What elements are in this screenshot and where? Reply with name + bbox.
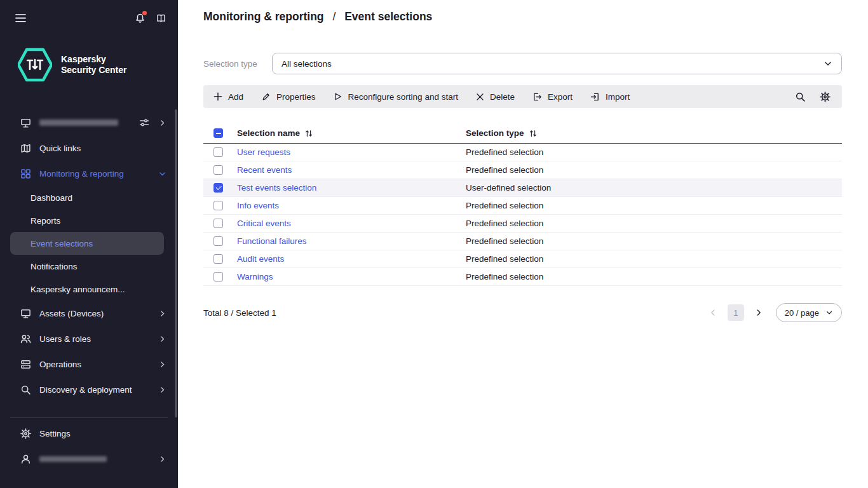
pencil-icon	[261, 92, 271, 102]
chevron-right-icon	[158, 360, 166, 369]
notification-dot	[142, 11, 147, 15]
sidebar-item-notifications[interactable]: Notifications	[10, 255, 164, 278]
hamburger-menu-icon[interactable]	[15, 13, 26, 23]
selection-type-text: Predefined selection	[466, 201, 543, 210]
selection-name-link[interactable]: Warnings	[237, 272, 273, 281]
column-header-label: Selection type	[466, 128, 524, 138]
sidebar-item-label: Discovery & deployment	[39, 385, 132, 395]
import-icon	[590, 92, 600, 102]
sidebar-divider	[10, 417, 168, 418]
selection-type-value: All selections	[281, 59, 332, 69]
sidebar-item-label: Operations	[39, 360, 81, 369]
chevron-right-icon[interactable]	[158, 119, 166, 127]
column-header-label: Selection name	[237, 128, 300, 138]
table-row[interactable]: User requests Predefined selection	[203, 144, 842, 161]
selection-name-link[interactable]: Audit events	[237, 254, 284, 264]
sidebar-item-operations[interactable]: Operations	[0, 351, 178, 377]
properties-button[interactable]: Properties	[261, 92, 316, 102]
prev-page-icon[interactable]	[709, 308, 717, 317]
play-icon	[334, 92, 342, 101]
person-icon	[20, 454, 31, 464]
row-checkbox[interactable]	[214, 254, 223, 264]
sidebar-item-monitoring-reporting[interactable]: Monitoring & reporting	[0, 161, 178, 186]
table-row[interactable]: Info events Predefined selection	[203, 197, 842, 215]
reconfigure-button[interactable]: Reconfigure sorting and start	[334, 92, 458, 102]
app-window: Kaspersky Security Center	[0, 0, 868, 488]
row-checkbox[interactable]	[214, 219, 223, 228]
import-button[interactable]: Import	[590, 92, 630, 102]
breadcrumb: Monitoring & reporting / Event selection…	[178, 0, 868, 24]
sub-item-label: Notifications	[31, 262, 78, 271]
page-size-dropdown[interactable]: 20 / page	[776, 303, 842, 322]
book-icon[interactable]	[156, 13, 166, 24]
map-icon	[20, 143, 31, 154]
monitor-icon	[20, 308, 31, 319]
delete-button[interactable]: Delete	[476, 92, 515, 102]
row-checkbox[interactable]	[214, 147, 223, 157]
selection-type-text: Predefined selection	[466, 254, 543, 264]
table-row[interactable]: Test events selection User-defined selec…	[203, 179, 842, 197]
selection-type-dropdown[interactable]: All selections	[272, 53, 842, 74]
gear-icon[interactable]	[820, 92, 831, 102]
next-page-icon[interactable]	[754, 308, 763, 317]
sidebar-nav: Quick links Monitoring & reporting Dashb…	[0, 110, 178, 471]
table-row[interactable]: Functional failures Predefined selection	[203, 233, 842, 250]
row-checkbox[interactable]	[214, 272, 223, 281]
sidebar-item-discovery-deployment[interactable]: Discovery & deployment	[0, 377, 178, 402]
sidebar-item-reports[interactable]: Reports	[10, 209, 164, 232]
row-checkbox[interactable]	[214, 236, 223, 246]
selection-name-link[interactable]: Info events	[237, 201, 279, 210]
table-row[interactable]: Recent events Predefined selection	[203, 161, 842, 179]
table-row[interactable]: Audit events Predefined selection	[203, 250, 842, 268]
sidebar-item-assets[interactable]: Assets (Devices)	[0, 301, 178, 326]
page-size-value: 20 / page	[785, 308, 819, 318]
add-button[interactable]: Add	[214, 92, 243, 102]
stack-icon	[20, 359, 31, 370]
sort-arrows-icon[interactable]	[304, 129, 313, 138]
search-icon[interactable]	[795, 92, 806, 102]
row-checkbox[interactable]	[214, 201, 223, 210]
table-footer: Total 8 / Selected 1 1 20 / page	[203, 303, 842, 322]
sidebar-item-event-selections[interactable]: Event selections	[10, 232, 164, 255]
notifications-bell-icon[interactable]	[135, 13, 146, 24]
filter-row: Selection type All selections	[203, 53, 842, 74]
pagination: 1 20 / page	[709, 303, 842, 322]
sidebar-item-quick-links[interactable]: Quick links	[0, 135, 178, 161]
column-header-selection-name[interactable]: Selection name	[237, 128, 466, 138]
sidebar-item-server[interactable]	[0, 110, 178, 135]
sidebar-scrollbar[interactable]	[175, 109, 177, 417]
sidebar-item-label: Settings	[39, 429, 71, 438]
column-header-selection-type[interactable]: Selection type	[466, 128, 842, 138]
sidebar-item-dashboard[interactable]: Dashboard	[10, 186, 164, 209]
row-checkbox[interactable]	[214, 165, 223, 175]
chevron-down-icon	[158, 170, 166, 178]
sidebar-item-users-roles[interactable]: Users & roles	[0, 326, 178, 351]
select-all-checkbox[interactable]	[214, 128, 223, 138]
table-row[interactable]: Critical events Predefined selection	[203, 215, 842, 233]
selection-type-text: Predefined selection	[466, 147, 543, 157]
selection-name-link[interactable]: Functional failures	[237, 236, 307, 246]
server-icon	[20, 118, 31, 128]
delete-label: Delete	[490, 92, 515, 102]
selection-name-link[interactable]: User requests	[237, 147, 290, 157]
sidebar-item-user-account[interactable]	[0, 446, 178, 471]
sidebar-item-kaspersky-announcements[interactable]: Kaspersky announcem...	[10, 278, 164, 301]
selection-name-link[interactable]: Test events selection	[237, 183, 316, 193]
row-checkbox[interactable]	[214, 183, 223, 193]
sidebar-item-label: Users & roles	[39, 334, 91, 344]
chevron-right-icon	[158, 455, 166, 463]
sliders-icon[interactable]	[139, 118, 149, 128]
gear-icon	[20, 428, 31, 439]
page-number[interactable]: 1	[728, 304, 744, 321]
selection-summary: Total 8 / Selected 1	[203, 308, 276, 318]
breadcrumb-parent[interactable]: Monitoring & reporting	[203, 10, 324, 23]
selection-name-link[interactable]: Critical events	[237, 219, 291, 228]
table-header-row: Selection name Selection type	[203, 123, 842, 144]
table-row[interactable]: Warnings Predefined selection	[203, 268, 842, 286]
sort-arrows-icon[interactable]	[529, 129, 538, 138]
selection-type-text: Predefined selection	[466, 272, 543, 281]
selection-name-link[interactable]: Recent events	[237, 165, 292, 175]
search-icon	[20, 384, 31, 395]
export-button[interactable]: Export	[532, 92, 573, 102]
sidebar-item-settings[interactable]: Settings	[0, 421, 178, 446]
